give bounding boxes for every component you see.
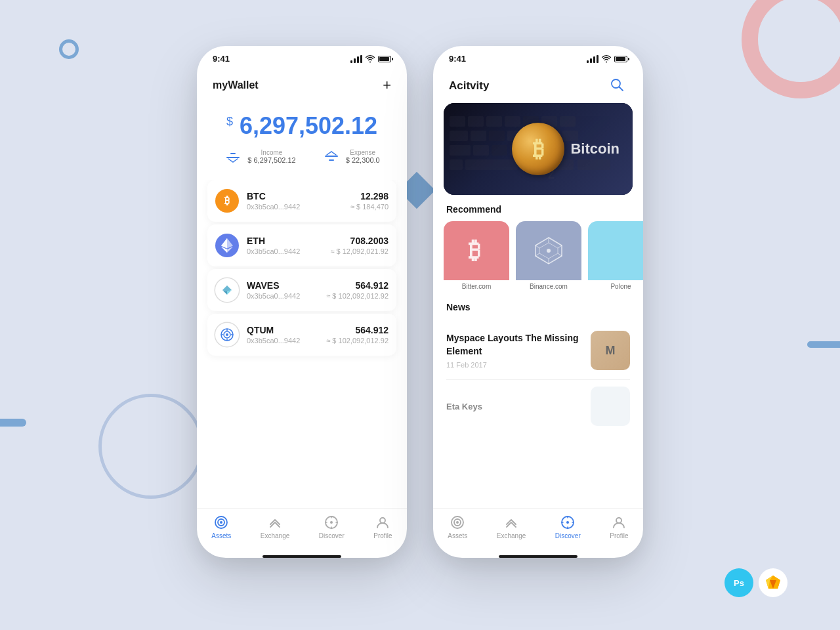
crypto-list: ₿ BTC 0x3b5ca0...9442 12.298 ≈ $ 184,470 [197, 180, 407, 508]
svg-rect-27 [471, 131, 486, 141]
news-item-2[interactable]: Eta Keys [433, 380, 643, 432]
news-content-1: Myspace Layouts The Missing Element 11 F… [446, 332, 580, 368]
eth-info: ETH 0x3b5ca0...9442 [247, 236, 330, 255]
svg-point-60 [566, 521, 569, 524]
balance-stats: Income $ 6,297,502.12 Expense $ 22,300.0 [213, 149, 391, 164]
svg-line-18 [620, 87, 623, 91]
eth-balance: 708.2003 [330, 236, 388, 246]
nav-profile-1[interactable]: Profile [373, 515, 392, 539]
qtum-icon [215, 323, 239, 346]
signal-icon-2 [587, 55, 598, 63]
recommend-card-binance[interactable]: Binance.com [516, 221, 581, 293]
status-bar-2: 9:41 [433, 46, 643, 66]
balance-section: $ 6,297,502.12 Income $ 6,297,502.12 [197, 99, 407, 180]
income-icon [224, 150, 242, 163]
news-section: Myspace Layouts The Missing Element 11 F… [433, 319, 643, 435]
sketch-icon [764, 574, 782, 592]
nav-discover-2[interactable]: Discover [555, 515, 581, 539]
svg-text:₿: ₿ [469, 238, 480, 264]
svg-point-15 [330, 521, 333, 524]
svg-rect-44 [578, 159, 610, 170]
crypto-item-waves[interactable]: WAVES 0x3b5ca0...9442 564.912 ≈ $ 102,09… [207, 269, 396, 311]
nav-assets-1[interactable]: Assets [211, 515, 231, 539]
assets-icon-2 [450, 515, 465, 530]
svg-point-16 [380, 518, 385, 523]
battery-icon-2 [614, 56, 627, 62]
waves-info: WAVES 0x3b5ca0...9442 [247, 280, 326, 300]
bitter-card-image: ₿ [444, 221, 509, 280]
eth-icon [215, 234, 239, 257]
income-label: Income [247, 149, 295, 156]
news-item-1[interactable]: Myspace Layouts The Missing Element 11 F… [433, 322, 643, 379]
income-stat: Income $ 6,297,502.12 [224, 149, 295, 164]
status-icons-1 [350, 55, 391, 63]
bg-decoration-circle [59, 39, 79, 59]
btc-amounts: 12.298 ≈ $ 184,470 [350, 191, 388, 211]
add-button[interactable]: + [383, 77, 391, 94]
btc-info: BTC 0x3b5ca0...9442 [247, 191, 350, 211]
recommend-card-bitter[interactable]: ₿ Bitter.com [444, 221, 509, 293]
news-content-2: Eta Keys [446, 402, 580, 411]
home-indicator-1 [262, 555, 341, 558]
balance-symbol: $ [226, 115, 233, 128]
home-indicator-2 [499, 555, 578, 558]
qtum-amounts: 564.912 ≈ $ 102,092,012.92 [326, 325, 388, 345]
waves-amounts: 564.912 ≈ $ 102,092,012.92 [326, 280, 388, 300]
bitcoin-banner[interactable]: Z Bitcoin [444, 103, 633, 195]
expense-label: Expense [346, 149, 380, 156]
battery-icon [378, 56, 391, 62]
svg-rect-1 [230, 153, 236, 154]
nav-profile-2[interactable]: Profile [610, 515, 628, 539]
svg-rect-22 [505, 116, 520, 127]
discover-label-1: Discover [319, 532, 345, 539]
bottom-nav-1: Assets Exchange [197, 508, 407, 553]
svg-point-13 [220, 521, 222, 524]
qtum-name: QTUM [247, 325, 326, 335]
nav-assets-2[interactable]: Assets [448, 515, 467, 539]
svg-rect-35 [492, 145, 507, 156]
crypto-item-qtum[interactable]: QTUM 0x3b5ca0...9442 564.912 ≈ $ 102,092… [207, 314, 396, 356]
svg-rect-2 [325, 156, 338, 157]
news-date-1: 11 Feb 2017 [446, 361, 580, 369]
crypto-item-eth[interactable]: ETH 0x3b5ca0...9442 708.2003 ≈ $ 12,092,… [207, 224, 396, 266]
crypto-item-btc[interactable]: ₿ BTC 0x3b5ca0...9442 12.298 ≈ $ 184,470 [207, 180, 396, 222]
balance-amount: $ 6,297,502.12 [213, 112, 391, 140]
recommend-title: Recommend [433, 195, 643, 221]
svg-point-6 [226, 333, 228, 336]
status-icons-2 [587, 55, 627, 63]
recommend-list: ₿ Bitter.com [433, 221, 643, 293]
polone-card-label: Polone [588, 280, 643, 293]
bottom-nav-2: Assets Exchange [433, 508, 643, 553]
signal-icon [350, 55, 362, 63]
svg-point-61 [616, 518, 621, 523]
recommend-card-polone[interactable]: Polone [588, 221, 643, 293]
profile-label-2: Profile [610, 532, 628, 539]
svg-rect-34 [473, 145, 489, 156]
binance-card-label: Binance.com [516, 280, 581, 293]
news-title-1: Myspace Layouts The Missing Element [446, 332, 580, 358]
svg-rect-3 [329, 159, 334, 161]
nav-discover-1[interactable]: Discover [319, 515, 345, 539]
search-button[interactable] [609, 77, 627, 95]
qtum-address: 0x3b5ca0...9442 [247, 337, 326, 345]
activity-title: Acitvity [449, 79, 489, 93]
waves-usd: ≈ $ 102,092,012.92 [326, 292, 388, 300]
news-thumb-2 [591, 387, 630, 426]
bitter-card-label: Bitter.com [444, 280, 509, 293]
svg-point-49 [547, 249, 551, 253]
svg-rect-28 [489, 131, 505, 141]
qtum-usd: ≈ $ 102,092,012.92 [326, 337, 388, 345]
nav-exchange-1[interactable]: Exchange [261, 515, 289, 539]
wifi-icon [366, 55, 375, 63]
waves-icon [215, 278, 239, 302]
svg-rect-20 [468, 116, 484, 127]
discover-icon-1 [324, 515, 339, 530]
photoshop-badge: Ps [724, 568, 753, 597]
expense-stat: Expense $ 22,300.0 [322, 149, 380, 164]
btc-usd: ≈ $ 184,470 [350, 203, 388, 211]
waves-balance: 564.912 [326, 280, 388, 291]
svg-rect-32 [562, 131, 578, 141]
nav-exchange-2[interactable]: Exchange [497, 515, 526, 539]
news-title-2: Eta Keys [446, 402, 580, 411]
wallet-header: myWallet + [197, 66, 407, 99]
